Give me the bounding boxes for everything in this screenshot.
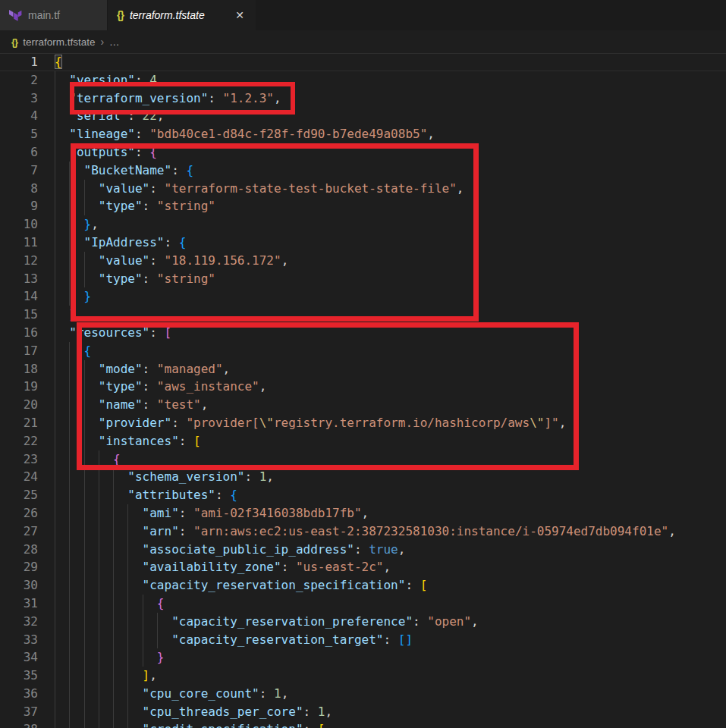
line-number: 23 <box>0 450 38 469</box>
code-text: { <box>55 595 165 613</box>
line-number: 16 <box>0 324 38 342</box>
code-line-18[interactable]: 18 "mode": "managed", <box>0 360 726 378</box>
line-number: 11 <box>0 234 38 252</box>
close-icon[interactable]: ✕ <box>233 8 247 23</box>
code-line-5[interactable]: 5 "lineage": "bdb40ce1-d84c-f28f-fd90-b7… <box>0 125 726 143</box>
code-line-23[interactable]: 23 { <box>0 450 726 469</box>
line-number: 20 <box>0 396 38 414</box>
tab-main-tf[interactable]: main.tf <box>0 0 108 30</box>
code-line-38[interactable]: 38 "credit_specification": [ <box>0 720 726 728</box>
line-number: 34 <box>0 648 38 667</box>
code-line-10[interactable]: 10 }, <box>0 215 726 234</box>
code-line-25[interactable]: 25 "attributes": { <box>0 486 726 504</box>
code-text: "arn": "arn:aws:ec2:us-east-2:3872325810… <box>55 522 676 541</box>
code-line-13[interactable]: 13 "type": "string" <box>0 270 726 288</box>
line-number: 19 <box>0 378 38 396</box>
code-line-33[interactable]: 33 "capacity_reservation_target": [] <box>0 631 726 649</box>
chevron-right-icon: › <box>100 36 104 48</box>
tab-label: main.tf <box>28 9 60 21</box>
line-number: 27 <box>0 522 38 541</box>
tab-terraform-tfstate[interactable]: {} terraform.tfstate ✕ <box>108 0 256 30</box>
breadcrumb-item-file[interactable]: terraform.tfstate <box>23 36 95 48</box>
code-line-8[interactable]: 8 "value": "terraform-state-test-bucket-… <box>0 180 726 198</box>
code-line-6[interactable]: 6 "outputs": { <box>0 143 726 162</box>
line-number: 25 <box>0 486 38 504</box>
code-text: "instances": [ <box>55 432 201 450</box>
code-line-20[interactable]: 20 "name": "test", <box>0 396 726 414</box>
code-line-30[interactable]: 30 "capacity_reservation_specification":… <box>0 576 726 595</box>
code-line-36[interactable]: 36 "cpu_core_count": 1, <box>0 685 726 703</box>
code-text: "name": "test", <box>55 396 208 414</box>
code-line-35[interactable]: 35 ], <box>0 667 726 685</box>
code-line-29[interactable]: 29 "availability_zone": "us-east-2c", <box>0 558 726 576</box>
code-line-31[interactable]: 31 { <box>0 595 726 613</box>
line-number: 30 <box>0 576 38 595</box>
line-number: 14 <box>0 287 38 306</box>
code-text: }, <box>55 306 84 324</box>
code-line-4[interactable]: 4 "serial": 22, <box>0 107 726 125</box>
code-text: "value": "terraform-state-test-bucket-st… <box>55 180 464 198</box>
line-number: 7 <box>0 162 38 180</box>
line-number: 22 <box>0 432 38 450</box>
code-text: "cpu_core_count": 1, <box>55 685 288 703</box>
code-text: "capacity_reservation_specification": [ <box>55 576 427 595</box>
code-text: "mode": "managed", <box>55 360 230 378</box>
code-line-27[interactable]: 27 "arn": "arn:aws:ec2:us-east-2:3872325… <box>0 522 726 541</box>
code-line-2[interactable]: 2 "version": 4, <box>0 71 726 89</box>
code-text: "outputs": { <box>55 143 157 162</box>
code-line-1[interactable]: 1{ <box>0 53 726 71</box>
code-line-26[interactable]: 26 "ami": "ami-02f3416038bdb17fb", <box>0 504 726 522</box>
code-line-17[interactable]: 17 { <box>0 342 726 360</box>
code-text: "type": "string" <box>55 197 215 215</box>
code-line-32[interactable]: 32 "capacity_reservation_preference": "o… <box>0 613 726 631</box>
code-text: "version": 4, <box>55 71 165 89</box>
code-text: "lineage": "bdb40ce1-d84c-f28f-fd90-b7ed… <box>55 125 435 143</box>
code-line-14[interactable]: 14 } <box>0 287 726 306</box>
code-line-9[interactable]: 9 "type": "string" <box>0 197 726 215</box>
line-number: 1 <box>0 53 38 71</box>
code-line-22[interactable]: 22 "instances": [ <box>0 432 726 450</box>
line-number: 36 <box>0 685 38 703</box>
code-line-24[interactable]: 24 "schema_version": 1, <box>0 468 726 486</box>
line-number: 32 <box>0 613 38 631</box>
line-number: 10 <box>0 215 38 234</box>
line-number: 8 <box>0 180 38 198</box>
code-text: { <box>55 342 91 360</box>
code-text: "credit_specification": [ <box>55 720 325 728</box>
line-number: 33 <box>0 631 38 649</box>
code-line-37[interactable]: 37 "cpu_threads_per_core": 1, <box>0 703 726 721</box>
line-number: 35 <box>0 667 38 685</box>
line-number: 3 <box>0 89 38 108</box>
code-line-16[interactable]: 16 "resources": [ <box>0 324 726 342</box>
code-line-3[interactable]: 3 "terraform_version": "1.2.3", <box>0 89 726 108</box>
code-line-34[interactable]: 34 } <box>0 648 726 667</box>
code-text: "cpu_threads_per_core": 1, <box>55 703 332 721</box>
code-text: "resources": [ <box>55 324 171 342</box>
tab-label: terraform.tfstate <box>130 9 205 21</box>
code-line-12[interactable]: 12 "value": "18.119.156.172", <box>0 252 726 270</box>
code-text: "BucketName": { <box>55 162 193 180</box>
code-text: "type": "string" <box>55 270 215 288</box>
line-number: 21 <box>0 414 38 432</box>
line-number: 37 <box>0 703 38 721</box>
breadcrumb-item-more[interactable]: … <box>109 36 120 48</box>
json-braces-icon: {} <box>11 36 17 48</box>
code-line-28[interactable]: 28 "associate_public_ip_address": true, <box>0 541 726 559</box>
code-text: }, <box>55 215 99 234</box>
code-text: "terraform_version": "1.2.3", <box>55 89 281 108</box>
code-line-15[interactable]: 15 }, <box>0 306 726 324</box>
code-text: { <box>55 53 62 71</box>
code-text: "value": "18.119.156.172", <box>55 252 288 270</box>
code-line-19[interactable]: 19 "type": "aws_instance", <box>0 378 726 396</box>
code-line-21[interactable]: 21 "provider": "provider[\"registry.terr… <box>0 414 726 432</box>
code-line-11[interactable]: 11 "IpAddress": { <box>0 234 726 252</box>
code-text: } <box>55 287 91 306</box>
line-number: 6 <box>0 143 38 162</box>
code-text: "IpAddress": { <box>55 234 186 252</box>
line-number: 28 <box>0 541 38 559</box>
line-number: 24 <box>0 468 38 486</box>
code-text: "schema_version": 1, <box>55 468 274 486</box>
code-text: "attributes": { <box>55 486 237 504</box>
code-editor[interactable]: 1{2 "version": 4,3 "terraform_version": … <box>0 53 726 728</box>
code-line-7[interactable]: 7 "BucketName": { <box>0 162 726 180</box>
